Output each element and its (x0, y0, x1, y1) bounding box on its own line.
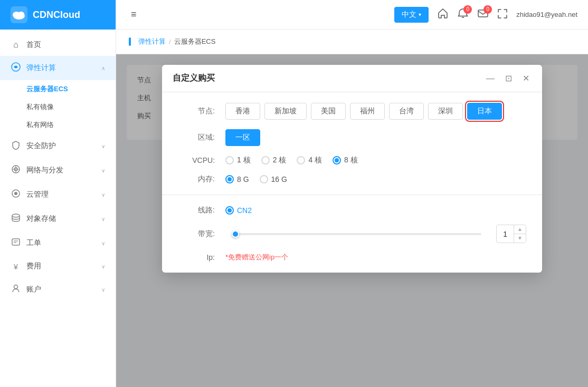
svg-point-14 (14, 285, 18, 289)
sidebar-label-account: 账户 (26, 285, 101, 294)
node-btn-singapore[interactable]: 新加坡 (264, 103, 307, 120)
sidebar-item-image[interactable]: 私有镜像 (26, 98, 116, 116)
modal-dialog: 自定义购买 — ⊡ ✕ 节点: 香港 (162, 65, 542, 273)
sidebar-label-storage: 对象存储 (26, 214, 101, 224)
node-btn-usa[interactable]: 美国 (311, 103, 346, 120)
bandwidth-down-button[interactable]: ▼ (514, 234, 526, 243)
node-btn-taiwan[interactable]: 台湾 (389, 103, 424, 120)
sidebar-item-storage[interactable]: 对象存储 ∨ (0, 207, 116, 231)
main-content: ≡ 中文 ▾ 0 0 (116, 0, 588, 387)
sidebar-logo: CDNCloud (0, 0, 116, 30)
user-name[interactable]: zhidao91@yeah.net (516, 11, 577, 18)
sidebar-label-billing: 费用 (26, 262, 101, 271)
vcpu-row: VCPU: 1 核 2 核 (178, 156, 526, 165)
vcpu-option-4core[interactable]: 4 核 (297, 156, 322, 165)
sidebar-sub-elastic: 云服务器ECS 私有镜像 私有网络 (0, 80, 116, 134)
node-row: 节点: 香港 新加坡 美国 福州 台湾 深圳 日本 (178, 103, 526, 120)
zone-row: 区域: 一区 (178, 129, 526, 146)
node-btn-japan[interactable]: 日本 (467, 103, 502, 120)
app-layout: CDNCloud ⌂ 首页 弹性计算 ∧ 云服务器ECS 私有镜像 私有网络 (0, 0, 588, 387)
sidebar-item-billing[interactable]: ¥ 费用 ∨ (0, 255, 116, 277)
sidebar-nav: ⌂ 首页 弹性计算 ∧ 云服务器ECS 私有镜像 私有网络 (0, 30, 116, 387)
line-option-cn2[interactable]: CN2 (225, 206, 252, 215)
ip-label: Ip: (178, 253, 215, 262)
elastic-icon (11, 62, 21, 74)
ip-row: Ip: *免费赠送公网ip一个 (178, 253, 526, 262)
sidebar-item-ticket[interactable]: 工单 ∨ (0, 231, 116, 255)
notification-bell-icon[interactable]: 0 (457, 7, 469, 22)
language-button[interactable]: 中文 ▾ (394, 7, 429, 23)
memory-row: 内存: 8 G 16 G (178, 175, 526, 184)
cloud-mgr-arrow-icon: ∨ (101, 192, 105, 198)
line-label: 线路: (178, 206, 215, 215)
cdn-arrow-icon: ∨ (101, 168, 105, 173)
logo-text: CDNCloud (33, 9, 80, 21)
node-label: 节点: (178, 107, 215, 116)
page-body: 节点 主机 购买 自定义购买 — ⊡ (116, 54, 588, 387)
menu-toggle-icon[interactable]: ≡ (127, 7, 141, 22)
lang-label: 中文 (402, 10, 416, 20)
bandwidth-row: 带宽: 1 (178, 225, 526, 243)
mail-icon[interactable]: 0 (477, 7, 489, 22)
vcpu-option-1core[interactable]: 1 核 (225, 156, 251, 165)
bandwidth-up-button[interactable]: ▲ (514, 225, 526, 234)
home-nav-icon[interactable] (437, 7, 449, 22)
line-options: CN2 (225, 206, 252, 215)
sidebar-item-account[interactable]: 账户 ∨ (0, 277, 116, 302)
sidebar: CDNCloud ⌂ 首页 弹性计算 ∧ 云服务器ECS 私有镜像 私有网络 (0, 0, 116, 387)
zone-label: 区域: (178, 133, 215, 142)
memory-option-8g[interactable]: 8 G (225, 175, 249, 183)
logo-icon (11, 6, 27, 23)
bandwidth-thumb[interactable] (232, 230, 239, 238)
vcpu-options: 1 核 2 核 4 核 (225, 156, 358, 165)
account-icon (11, 284, 21, 295)
node-btn-shenzhen[interactable]: 深圳 (428, 103, 463, 120)
modal-title: 自定义购买 (173, 73, 215, 84)
sidebar-label-home: 首页 (26, 40, 105, 50)
bandwidth-track (232, 233, 481, 235)
breadcrumb-separator: / (169, 38, 171, 46)
sidebar-item-elastic[interactable]: 弹性计算 ∧ (0, 56, 116, 80)
bandwidth-slider[interactable] (225, 230, 488, 238)
sidebar-item-cdn[interactable]: 网络与分发 ∨ (0, 158, 116, 182)
bandwidth-input-area: 1 ▲ ▼ (225, 225, 526, 243)
svg-rect-11 (12, 239, 20, 245)
modal-maximize-button[interactable]: ⊡ (503, 72, 514, 84)
breadcrumb-link[interactable]: 弹性计算 (138, 37, 166, 46)
modal-section-network: 线路: CN2 带宽: (162, 195, 542, 273)
bandwidth-value-control: 1 ▲ ▼ (496, 225, 526, 243)
memory-options: 8 G 16 G (225, 175, 287, 183)
memory-radio-8g (225, 175, 234, 183)
sidebar-item-security[interactable]: 安全防护 ∨ (0, 134, 116, 158)
zone-options: 一区 (225, 129, 260, 146)
sidebar-item-ecs[interactable]: 云服务器ECS (26, 80, 116, 98)
node-btn-hongkong[interactable]: 香港 (225, 103, 260, 120)
bandwidth-label: 带宽: (178, 229, 215, 239)
memory-option-16g[interactable]: 16 G (260, 175, 287, 183)
node-btn-fuzhou[interactable]: 福州 (350, 103, 385, 120)
svg-point-3 (18, 12, 24, 17)
vcpu-radio-8 (333, 156, 341, 165)
security-icon (11, 140, 21, 152)
modal-close-button[interactable]: ✕ (520, 72, 532, 84)
vcpu-option-8core[interactable]: 8 核 (333, 156, 358, 165)
modal-section-config: 节点: 香港 新加坡 美国 福州 台湾 深圳 日本 (162, 92, 542, 195)
sidebar-label-cloud-mgr: 云管理 (26, 190, 101, 199)
modal-minimize-button[interactable]: — (484, 73, 497, 84)
svg-point-10 (12, 214, 20, 217)
zone-btn-1[interactable]: 一区 (225, 129, 260, 146)
sidebar-label-security: 安全防护 (26, 141, 101, 151)
header: ≡ 中文 ▾ 0 0 (116, 0, 588, 30)
security-arrow-icon: ∨ (101, 143, 105, 149)
sidebar-item-home[interactable]: ⌂ 首页 (0, 34, 116, 56)
modal-header: 自定义购买 — ⊡ ✕ (162, 65, 542, 92)
vcpu-option-2core[interactable]: 2 核 (261, 156, 287, 165)
sidebar-item-private-network[interactable]: 私有网络 (26, 116, 116, 134)
sidebar-item-cloud-mgr[interactable]: 云管理 ∨ (0, 182, 116, 207)
line-radio-cn2 (225, 206, 234, 215)
fullscreen-icon[interactable] (497, 8, 508, 21)
storage-arrow-icon: ∨ (101, 216, 105, 222)
vcpu-label: VCPU: (178, 156, 215, 165)
cloud-mgr-icon (11, 189, 21, 200)
breadcrumb: 弹性计算 / 云服务器ECS (116, 30, 588, 54)
